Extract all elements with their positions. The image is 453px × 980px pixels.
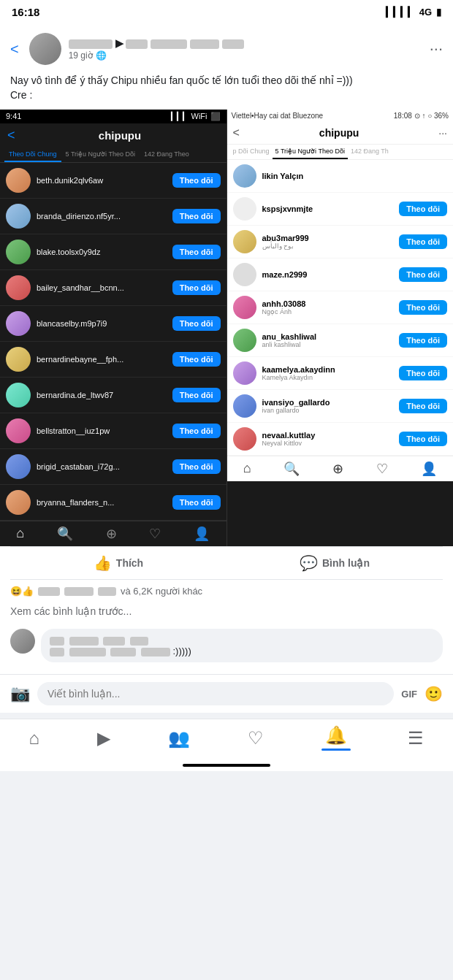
comment-input[interactable]	[37, 682, 394, 705]
follow-button[interactable]: Theo dõi	[172, 245, 221, 259]
avatar	[233, 329, 256, 352]
follow-button[interactable]: Theo dõi	[172, 424, 221, 438]
list-item: anu_kashliwal anli kashliwal Theo dõi	[227, 324, 454, 357]
avatar	[6, 454, 31, 479]
list-item: ivansiyo_gallardo ivan gallardo Theo dõi	[227, 390, 454, 423]
list-item: bernardinebayne__fph... Theo dõi	[0, 342, 226, 378]
follow-button[interactable]: Theo dõi	[399, 300, 447, 315]
avatar	[6, 311, 31, 336]
comment-section: :)))))	[0, 623, 453, 674]
view-comments-link[interactable]: Xem các bình luận trước...	[0, 602, 453, 623]
profile-nav-icon[interactable]: 👤	[421, 461, 437, 477]
nav-heart[interactable]: ♡	[240, 728, 271, 749]
list-item: brigid_castaban_i72g... Theo dõi	[0, 449, 226, 485]
like-button[interactable]: 👍 Thích	[10, 547, 226, 579]
search-nav-icon[interactable]: 🔍	[57, 526, 73, 542]
follow-button[interactable]: Theo dõi	[399, 267, 447, 282]
right-tab-followers[interactable]: 5 Triệu Người Theo Dõi	[273, 145, 348, 159]
home-bar	[183, 764, 270, 767]
follow-button[interactable]: Theo dõi	[172, 352, 221, 367]
reaction-blurred-1	[38, 587, 60, 596]
left-inner-tabs[interactable]: Theo Dõi Chung 5 Triệu Người Theo Dõi 14…	[0, 148, 226, 163]
bell-icon: 🔔	[325, 725, 347, 746]
follow-button[interactable]: Theo dõi	[399, 432, 447, 446]
screenshots-area: 9:41 ▎▎▎ WiFi ⬛ < chipupu Theo Dõi Chung…	[0, 110, 453, 546]
avatar	[6, 275, 31, 300]
commenter-avatar	[10, 629, 35, 654]
right-follower-list: likin Yalçın kspsjxvnmjte Theo dõi abu	[227, 160, 454, 456]
follow-button[interactable]: Theo dõi	[172, 459, 221, 474]
status-bar: 16:18 ▎▎▎▎ 4G ▮	[0, 0, 453, 24]
home-nav-icon[interactable]: ⌂	[243, 461, 251, 477]
camera-icon[interactable]: 📷	[10, 684, 30, 703]
people-icon: 👥	[168, 728, 190, 749]
back-button[interactable]: <	[10, 41, 19, 58]
comment-text: :)))))	[50, 646, 434, 656]
left-screenshot: 9:41 ▎▎▎ WiFi ⬛ < chipupu Theo Dõi Chung…	[0, 110, 227, 546]
reaction-blurred-3	[98, 587, 116, 596]
follow-button[interactable]: Theo dõi	[172, 388, 221, 402]
avatar	[233, 230, 256, 253]
right-options-icon[interactable]: ···	[438, 127, 447, 139]
comment-label: Bình luận	[322, 557, 370, 569]
nav-groups[interactable]: 👥	[161, 728, 197, 749]
avatar	[6, 418, 31, 443]
follow-button[interactable]: Theo dõi	[399, 234, 447, 249]
avatar	[6, 168, 31, 193]
profile-nav-icon[interactable]: 👤	[194, 526, 210, 542]
nav-notifications[interactable]: 🔔	[314, 725, 358, 751]
left-inner-back-icon[interactable]: <	[7, 128, 15, 143]
poster-name: ▶	[69, 37, 422, 49]
heart-nav-icon[interactable]: ♡	[376, 461, 388, 477]
comment-input-row: 📷 GIF 🙂	[0, 674, 453, 713]
right-profile-title: chipupu	[240, 127, 438, 139]
avatar	[233, 427, 256, 451]
search-nav-icon[interactable]: 🔍	[283, 461, 300, 477]
commenter-name	[50, 635, 434, 646]
post-time: 19 giờ 🌐	[69, 50, 422, 61]
follow-button[interactable]: Theo dõi	[172, 316, 221, 331]
left-tab-common[interactable]: Theo Dõi Chung	[4, 148, 61, 162]
add-nav-icon[interactable]: ⊕	[106, 526, 117, 542]
post-actions: 👍 Thích 💬 Bình luận	[10, 546, 443, 580]
heart-nav-icon[interactable]: ♡	[149, 526, 161, 542]
home-nav-icon[interactable]: ⌂	[16, 526, 24, 542]
left-inner-statusbar: 9:41 ▎▎▎ WiFi ⬛	[0, 110, 226, 123]
nav-menu[interactable]: ☰	[400, 728, 431, 749]
follow-button[interactable]: Theo dõi	[399, 202, 447, 216]
fb-post-card: < ▶ 19 giờ 🌐 ··· Nay vô tình để ý thấy C…	[0, 24, 453, 713]
right-tab-common[interactable]: p Dõi Chung	[230, 145, 273, 159]
globe-icon: 🌐	[96, 50, 107, 61]
comment-button[interactable]: 💬 Bình luận	[226, 547, 443, 579]
reactions-row: 😆👍 và 6,2K người khác	[0, 580, 453, 602]
left-profile-title: chipupu	[21, 129, 219, 142]
home-icon: ⌂	[28, 728, 39, 749]
add-nav-icon[interactable]: ⊕	[332, 461, 343, 477]
more-options-button[interactable]: ···	[430, 39, 443, 58]
left-inner-header: < chipupu	[0, 123, 226, 148]
signal-icon: ▎▎▎▎	[386, 7, 415, 18]
left-tab-followers[interactable]: 5 Triệu Người Theo Dõi	[61, 148, 140, 162]
comment-item: :)))))	[10, 629, 443, 662]
right-inner-back-icon[interactable]: <	[233, 126, 240, 139]
follow-button[interactable]: Theo dõi	[172, 173, 221, 188]
list-item: likin Yalçın	[227, 160, 454, 193]
follow-button[interactable]: Theo dõi	[399, 333, 447, 348]
heart-icon: ♡	[248, 728, 264, 749]
follow-button[interactable]: Theo dõi	[172, 495, 221, 510]
emoji-button[interactable]: 🙂	[425, 685, 443, 703]
follow-button[interactable]: Theo dõi	[399, 399, 447, 413]
right-inner-bottom-nav: ⌂ 🔍 ⊕ ♡ 👤	[227, 456, 454, 481]
right-inner-tabs[interactable]: p Dõi Chung 5 Triệu Người Theo Dõi 142 Đ…	[227, 145, 454, 160]
post-header: < ▶ 19 giờ 🌐 ···	[0, 24, 453, 71]
list-item: abu3mar999 بوح واليأس Theo dõi	[227, 226, 454, 259]
follow-button[interactable]: Theo dõi	[172, 209, 221, 223]
left-tab-following[interactable]: 142 Đang Theo	[140, 148, 194, 162]
follow-button[interactable]: Theo dõi	[399, 366, 447, 380]
right-tab-following[interactable]: 142 Đang Th	[348, 145, 392, 159]
menu-icon: ☰	[408, 728, 424, 749]
nav-home[interactable]: ⌂	[21, 728, 47, 749]
nav-video[interactable]: ▶	[90, 728, 118, 749]
follow-button[interactable]: Theo dõi	[172, 280, 221, 295]
gif-button[interactable]: GIF	[401, 689, 417, 700]
